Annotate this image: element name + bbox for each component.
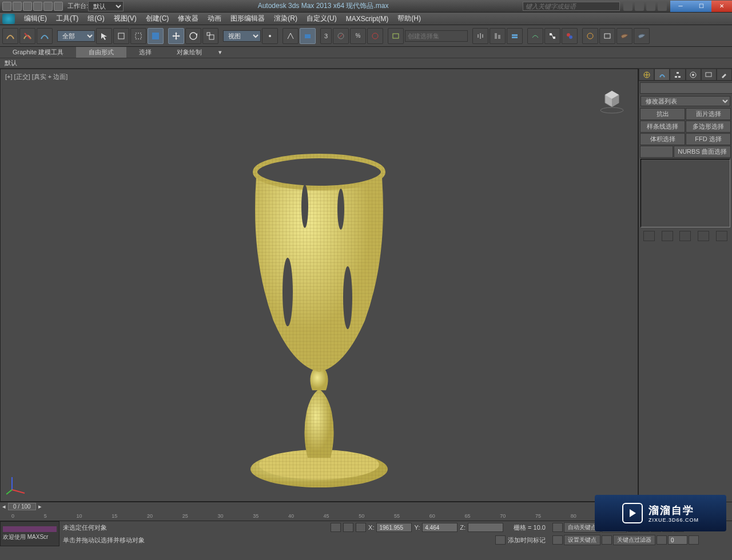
btn-poly-select[interactable]: 多边形选择 bbox=[686, 121, 731, 133]
menu-create[interactable]: 创建(C) bbox=[141, 13, 174, 25]
redo-icon[interactable] bbox=[43, 2, 53, 11]
menu-edit[interactable]: 编辑(E) bbox=[19, 13, 51, 25]
spinner-snap-button[interactable] bbox=[367, 28, 383, 44]
ribbon-toggle-icon[interactable]: ▾ bbox=[214, 49, 226, 56]
utilities-tab[interactable] bbox=[717, 69, 732, 81]
goblet-mesh[interactable] bbox=[210, 115, 428, 503]
object-name-input[interactable] bbox=[640, 82, 732, 94]
exchange-icon[interactable] bbox=[635, 2, 644, 11]
display-tab[interactable] bbox=[701, 69, 717, 81]
open-icon[interactable] bbox=[13, 2, 22, 11]
select-button[interactable] bbox=[96, 28, 112, 44]
keyfilter-button[interactable]: 关键点过滤器 bbox=[613, 535, 655, 545]
tab-freeform[interactable]: 自由形式 bbox=[76, 47, 126, 58]
tab-graphite[interactable]: Graphite 建模工具 bbox=[0, 47, 76, 58]
btn-sets[interactable] bbox=[640, 146, 673, 158]
z-input[interactable] bbox=[468, 523, 503, 532]
maximize-button[interactable]: ☐ bbox=[691, 1, 711, 12]
app-menu-icon[interactable] bbox=[2, 14, 15, 24]
close-button[interactable]: ✕ bbox=[711, 1, 732, 12]
modifier-list-select[interactable]: 修改器列表 bbox=[640, 96, 730, 106]
remove-mod-icon[interactable] bbox=[698, 231, 709, 241]
window-crossing-button[interactable] bbox=[148, 28, 164, 44]
setkey-icon[interactable] bbox=[552, 535, 563, 545]
mirror-button[interactable] bbox=[472, 28, 488, 44]
time-handle[interactable]: 0 / 100 bbox=[8, 503, 36, 510]
isolock-icon[interactable] bbox=[343, 523, 353, 532]
unique-icon[interactable] bbox=[679, 231, 691, 241]
manipulate-button[interactable] bbox=[283, 28, 299, 44]
select-rect-button[interactable] bbox=[130, 28, 146, 44]
keymode-icon[interactable] bbox=[602, 535, 612, 545]
link-icon[interactable] bbox=[54, 2, 63, 11]
prev-frame-icon[interactable]: ◂ bbox=[0, 503, 8, 510]
btn-extrude[interactable]: 抗出 bbox=[640, 108, 685, 120]
menu-customize[interactable]: 自定义(U) bbox=[302, 13, 341, 25]
layers-button[interactable] bbox=[507, 28, 523, 44]
motion-tab[interactable] bbox=[686, 69, 701, 81]
menu-rendering[interactable]: 渲染(R) bbox=[269, 13, 302, 25]
new-icon[interactable] bbox=[2, 2, 11, 11]
modify-tab[interactable] bbox=[654, 69, 670, 81]
nav-icon[interactable] bbox=[689, 535, 699, 545]
configure-icon[interactable] bbox=[716, 231, 727, 241]
viewport-label[interactable]: [+] [正交] [真实 + 边面] bbox=[5, 73, 67, 81]
workspace-select[interactable]: 默认 bbox=[88, 1, 124, 11]
menu-modifiers[interactable]: 修改器 bbox=[173, 13, 203, 25]
timeconfig-icon[interactable] bbox=[657, 535, 667, 545]
lock-icon[interactable] bbox=[331, 523, 341, 532]
btn-ffd-select[interactable]: FFD 选择 bbox=[686, 133, 731, 145]
btn-spline-select[interactable]: 样条线选择 bbox=[640, 121, 685, 133]
minimize-button[interactable]: ─ bbox=[670, 1, 691, 12]
render-prod-button[interactable] bbox=[634, 28, 650, 44]
selection-filter[interactable]: 全部 bbox=[57, 30, 95, 42]
abs-icon[interactable] bbox=[356, 523, 366, 532]
menu-view[interactable]: 视图(V) bbox=[109, 13, 141, 25]
save-icon[interactable] bbox=[23, 2, 32, 11]
unlink-button[interactable] bbox=[19, 28, 35, 44]
menu-group[interactable]: 组(G) bbox=[83, 13, 109, 25]
help-icon[interactable] bbox=[658, 2, 667, 11]
modifier-stack[interactable] bbox=[640, 159, 730, 227]
link-button[interactable] bbox=[2, 28, 18, 44]
material-editor-button[interactable] bbox=[562, 28, 578, 44]
favorite-icon[interactable] bbox=[646, 2, 655, 11]
hierarchy-tab[interactable] bbox=[670, 69, 685, 81]
angle-snap-button[interactable] bbox=[333, 28, 349, 44]
undo-icon[interactable] bbox=[33, 2, 42, 11]
btn-patch-select[interactable]: 面片选择 bbox=[686, 108, 731, 120]
bind-button[interactable] bbox=[37, 28, 53, 44]
pin-stack-icon[interactable] bbox=[643, 231, 655, 241]
btn-vol-select[interactable]: 体积选择 bbox=[640, 133, 685, 145]
viewcube[interactable] bbox=[598, 86, 626, 115]
menu-animation[interactable]: 动画 bbox=[203, 13, 226, 25]
render-frame-button[interactable] bbox=[599, 28, 615, 44]
tab-objectpaint[interactable]: 对象绘制 bbox=[164, 47, 214, 58]
search-input[interactable] bbox=[523, 2, 620, 11]
schematic-button[interactable] bbox=[544, 28, 560, 44]
keyboard-shortcut-button[interactable] bbox=[300, 28, 316, 44]
render-setup-button[interactable] bbox=[582, 28, 598, 44]
setkey-button[interactable]: 设置关键点 bbox=[564, 535, 600, 545]
tab-selection[interactable]: 选择 bbox=[126, 47, 164, 58]
render-button[interactable] bbox=[616, 28, 632, 44]
select-name-button[interactable] bbox=[113, 28, 129, 44]
menu-tools[interactable]: 工具(T) bbox=[51, 13, 83, 25]
pivot-button[interactable] bbox=[262, 28, 278, 44]
next-frame-icon[interactable]: ▸ bbox=[36, 503, 44, 510]
show-result-icon[interactable] bbox=[662, 231, 673, 241]
percent-snap-button[interactable]: % bbox=[350, 28, 366, 44]
editnamed-button[interactable] bbox=[388, 28, 404, 44]
align-button[interactable] bbox=[490, 28, 506, 44]
key-icon[interactable] bbox=[552, 523, 563, 532]
timetag-icon[interactable] bbox=[495, 535, 506, 545]
menu-help[interactable]: 帮助(H) bbox=[393, 13, 425, 25]
curve-editor-button[interactable] bbox=[527, 28, 543, 44]
btn-nurbs-select[interactable]: NURBS 曲面选择 bbox=[674, 146, 731, 158]
move-button[interactable] bbox=[168, 28, 184, 44]
named-selection-input[interactable] bbox=[405, 30, 468, 42]
menu-grapheditors[interactable]: 图形编辑器 bbox=[226, 13, 269, 25]
create-tab[interactable] bbox=[639, 69, 654, 81]
viewport[interactable]: [+] [正交] [真实 + 边面] bbox=[0, 69, 638, 502]
refcoord-select[interactable]: 视图 bbox=[223, 30, 261, 42]
